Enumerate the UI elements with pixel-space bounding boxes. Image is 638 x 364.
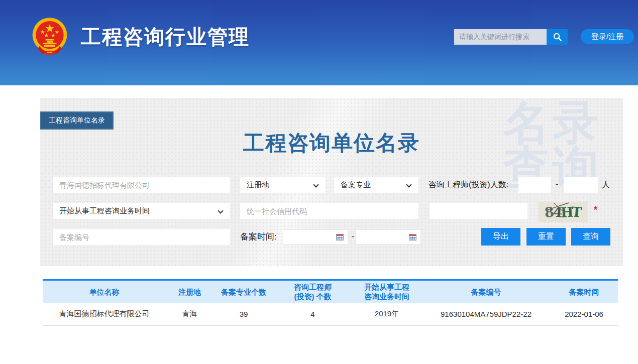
search-button[interactable] [547, 29, 568, 45]
search-input[interactable] [454, 29, 547, 45]
record-number-input[interactable] [53, 229, 230, 245]
calendar-icon [409, 233, 416, 240]
tab-unit-directory[interactable]: 工程咨询单位名录 [40, 111, 114, 130]
table-header-row: 单位名称 注册地 备案专业个数 咨询工程师 (投资) 个数 开始从事工程 咨询业… [43, 280, 618, 303]
column-header-record-number: 备案编号 [422, 280, 550, 303]
page-title: 工程咨询行业管理 [81, 23, 250, 51]
cell-start-time: 2019年 [352, 303, 422, 326]
login-register-button[interactable]: 登录/注册 [581, 29, 634, 44]
column-header-unit-name: 单位名称 [43, 280, 166, 303]
credit-code-input[interactable] [240, 203, 418, 219]
search-icon [553, 32, 562, 42]
engineer-count-label: 咨询工程师(投资)人数: [429, 177, 508, 193]
cell-registration-place: 青海 [166, 303, 214, 326]
record-time-start-input[interactable] [283, 229, 348, 245]
chevron-down-icon [218, 208, 223, 213]
column-header-engineer-count: 咨询工程师 (投资) 个数 [274, 280, 352, 303]
export-button[interactable]: 导出 [481, 228, 520, 246]
site-header: 工程咨询行业管理 登录/注册 [0, 0, 638, 85]
registration-place-select[interactable]: 注册地 [240, 177, 326, 193]
record-time-end-input[interactable] [356, 229, 421, 245]
cell-unit-name: 青海国德招标代理有限公司 [43, 303, 166, 326]
cell-specialty-count: 39 [214, 303, 274, 326]
chevron-down-icon [406, 182, 411, 187]
cell-record-time: 2022-01-06 [550, 303, 618, 326]
search-form: 注册地 备案专业 咨询工程师(投资)人数: - 人 开始从事工程咨询业务时间 8… [40, 98, 623, 266]
header-search [454, 29, 568, 45]
column-header-registration-place: 注册地 [166, 280, 214, 303]
captcha-input[interactable] [430, 203, 527, 219]
engineer-count-min-input[interactable] [518, 177, 551, 193]
column-header-specialty-count: 备案专业个数 [214, 280, 274, 303]
captcha-image[interactable]: 84HT [539, 202, 588, 222]
range-separator: - [556, 177, 558, 193]
company-name-input[interactable] [53, 177, 230, 193]
table-row[interactable]: 青海国德招标代理有限公司 青海 39 4 2019年 91630104MA759… [43, 303, 618, 326]
reset-button[interactable]: 重置 [526, 228, 566, 246]
engineer-count-max-input[interactable] [564, 177, 598, 193]
range-separator: - [352, 229, 354, 245]
results-table: 单位名称 注册地 备案专业个数 咨询工程师 (投资) 个数 开始从事工程 咨询业… [43, 279, 618, 326]
start-business-time-select[interactable]: 开始从事工程咨询业务时间 [53, 203, 230, 219]
cell-engineer-count: 4 [274, 303, 352, 326]
captcha-noise-lines [539, 202, 588, 222]
calendar-icon [336, 233, 344, 240]
record-specialty-select[interactable]: 备案专业 [334, 177, 418, 193]
chevron-down-icon [313, 182, 318, 187]
column-header-start-time: 开始从事工程 咨询业务时间 [352, 280, 422, 303]
cell-record-number: 91630104MA759JDP22-22 [422, 303, 550, 326]
required-mark: * [594, 205, 597, 215]
record-time-label: 备案时间: [240, 229, 277, 245]
national-emblem-logo [29, 16, 71, 58]
column-header-record-time: 备案时间 [550, 280, 618, 303]
person-unit-label: 人 [602, 177, 610, 193]
directory-search-panel: 名录 查询 工程咨询单位名录 工程咨询单位名录 注册地 备案专业 咨询工程师(投… [40, 98, 623, 266]
query-button[interactable]: 查询 [571, 228, 610, 246]
